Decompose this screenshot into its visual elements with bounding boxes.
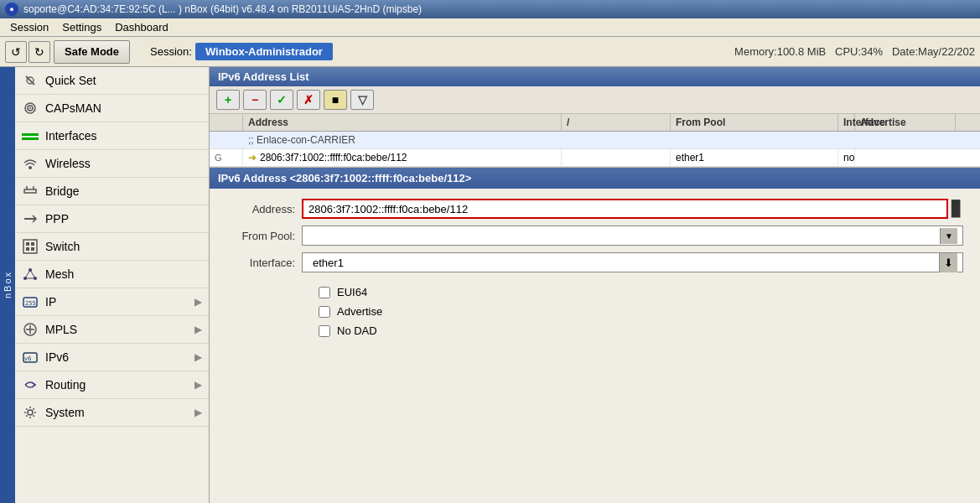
sidebar-item-label-switch: Switch bbox=[45, 240, 202, 253]
sidebar-content: Quick Set CAPsMAN Interfaces Wireless bbox=[15, 67, 209, 427]
from-pool-select[interactable]: ▼ bbox=[302, 226, 963, 246]
sidebar-item-routing[interactable]: Routing ▶ bbox=[15, 371, 209, 399]
sidebar-item-ipv6[interactable]: v6 IPv6 ▶ bbox=[15, 344, 209, 371]
svg-rect-13 bbox=[26, 242, 29, 246]
th-address: Address bbox=[243, 114, 562, 131]
sidebar-item-interfaces[interactable]: Interfaces bbox=[15, 122, 209, 150]
remove-button[interactable]: − bbox=[243, 90, 267, 110]
action-toolbar: + − ✓ ✗ ■ ▽ bbox=[210, 86, 980, 114]
quick-set-icon bbox=[22, 72, 39, 89]
no-dad-checkbox[interactable] bbox=[319, 325, 330, 337]
sidebar-item-label-mesh: Mesh bbox=[45, 267, 202, 281]
svg-rect-5 bbox=[22, 133, 39, 136]
safe-mode-button[interactable]: Safe Mode bbox=[54, 40, 130, 64]
table-row[interactable]: G ➜ 2806:3f7:1002::ffff:f0ca:bebe/112 et… bbox=[210, 149, 980, 167]
from-pool-label: From Pool: bbox=[226, 230, 302, 242]
enable-button[interactable]: ✓ bbox=[270, 90, 293, 110]
svg-rect-16 bbox=[31, 247, 34, 251]
mesh-icon bbox=[22, 266, 39, 283]
advertise-row: Advertise bbox=[319, 305, 963, 318]
eui64-checkbox[interactable] bbox=[319, 287, 330, 298]
redo-button[interactable]: ↻ bbox=[29, 41, 50, 63]
sidebar-item-label-bridge: Bridge bbox=[45, 184, 202, 198]
sidebar-item-quick-set[interactable]: Quick Set bbox=[15, 67, 209, 95]
copy-button[interactable]: ■ bbox=[324, 90, 347, 110]
ip-icon: 255 bbox=[22, 293, 39, 310]
content-area: IPv6 Address List + − ✓ ✗ ■ ▽ Address / … bbox=[210, 67, 980, 503]
cpu-value: 34% bbox=[861, 45, 883, 58]
menu-dashboard[interactable]: Dashboard bbox=[108, 19, 175, 35]
td-advertise: no bbox=[838, 149, 855, 166]
table-row-comment: ;; Enlace-con-CARRIER bbox=[210, 132, 980, 149]
sidebar-item-label-ppp: PPP bbox=[45, 212, 202, 226]
svg-rect-12 bbox=[23, 240, 37, 253]
sidebar-item-switch[interactable]: Switch bbox=[15, 233, 209, 261]
date-value: May/22/202 bbox=[918, 45, 975, 58]
routing-icon bbox=[22, 376, 39, 393]
eui64-label: EUI64 bbox=[337, 286, 367, 298]
form-area: Address: ▊ From Pool: ▼ Interface: ether… bbox=[210, 189, 980, 503]
bridge-icon bbox=[22, 183, 39, 200]
ppp-icon bbox=[22, 210, 39, 227]
menu-settings[interactable]: Settings bbox=[55, 19, 108, 35]
sidebar-item-capsman[interactable]: CAPsMAN bbox=[15, 95, 209, 122]
system-expand-arrow: ▶ bbox=[194, 407, 202, 418]
add-button[interactable]: + bbox=[216, 90, 240, 110]
th-from-pool: From Pool bbox=[671, 114, 838, 131]
th-advertise: Advertise bbox=[855, 114, 956, 131]
toolbar: ↺ ↻ Safe Mode Session: Winbox-Administra… bbox=[0, 37, 980, 67]
sidebar-item-label-quick-set: Quick Set bbox=[45, 74, 202, 87]
svg-rect-15 bbox=[26, 247, 29, 251]
sidebar-item-bridge[interactable]: Bridge bbox=[15, 178, 209, 205]
addr-value: 2806:3f7:1002::ffff:f0ca:bebe/112 bbox=[260, 152, 407, 163]
interface-dropdown-icon[interactable]: ⬇ bbox=[939, 253, 957, 272]
table-header: Address / From Pool Interface Advertise bbox=[210, 114, 980, 132]
main-layout: nBox Quick Set CAPsMAN Interfaces bbox=[0, 67, 980, 503]
sidebar-item-system[interactable]: System ▶ bbox=[15, 399, 209, 427]
wireless-icon bbox=[22, 155, 39, 172]
sidebar-item-wireless[interactable]: Wireless bbox=[15, 150, 209, 178]
sidebar-item-ppp[interactable]: PPP bbox=[15, 205, 209, 233]
sidebar-edge: nBox bbox=[0, 67, 15, 503]
disable-button[interactable]: ✗ bbox=[297, 90, 320, 110]
sidebar-edge-text: nBox bbox=[3, 271, 13, 298]
svg-rect-8 bbox=[24, 189, 36, 193]
advertise-checkbox[interactable] bbox=[319, 306, 330, 318]
td-interface: ether1 bbox=[671, 149, 838, 166]
svg-line-21 bbox=[30, 270, 35, 278]
mpls-icon bbox=[22, 321, 39, 338]
td-from-pool bbox=[562, 149, 671, 166]
sidebar-item-label-routing: Routing bbox=[45, 378, 188, 392]
sidebar-item-label-ipv6: IPv6 bbox=[45, 350, 188, 364]
interface-value: ether1 bbox=[308, 255, 939, 271]
interface-select[interactable]: ether1 ⬇ bbox=[302, 252, 963, 272]
app-icon: ● bbox=[5, 3, 18, 16]
interface-label: Interface: bbox=[226, 257, 302, 269]
system-info: Memory:100.8 MiB CPU:34% Date:May/22/202 bbox=[734, 45, 975, 58]
undo-button[interactable]: ↺ bbox=[5, 41, 27, 63]
sidebar-item-label-interfaces: Interfaces bbox=[45, 129, 202, 143]
svg-point-30 bbox=[28, 410, 33, 415]
svg-point-4 bbox=[29, 107, 31, 109]
svg-line-20 bbox=[25, 270, 30, 278]
svg-text:v6: v6 bbox=[24, 355, 31, 362]
from-pool-dropdown-arrow[interactable]: ▼ bbox=[940, 228, 957, 244]
filter-button[interactable]: ▽ bbox=[350, 90, 374, 110]
system-icon bbox=[22, 404, 39, 421]
sidebar-item-mesh[interactable]: Mesh bbox=[15, 261, 209, 288]
session-label: Session: bbox=[150, 45, 192, 58]
no-dad-label: No DAD bbox=[337, 324, 377, 337]
address-input[interactable] bbox=[302, 199, 948, 219]
sidebar-item-mpls[interactable]: MPLS ▶ bbox=[15, 316, 209, 344]
capsman-icon bbox=[22, 100, 39, 117]
detail-panel-title: IPv6 Address <2806:3f7:1002::ffff:f0ca:b… bbox=[210, 168, 980, 189]
th-sep1: / bbox=[562, 114, 671, 131]
undo-redo-group: ↺ ↻ bbox=[5, 41, 50, 63]
no-dad-row: No DAD bbox=[319, 324, 963, 337]
ipv6-icon: v6 bbox=[22, 349, 39, 366]
title-text: soporte@C4:AD:34:7E:92:5C (L... ) nBox (… bbox=[23, 3, 422, 15]
menu-session[interactable]: Session bbox=[3, 19, 55, 35]
sidebar-item-label-mpls: MPLS bbox=[45, 323, 188, 336]
sidebar-item-ip[interactable]: 255 IP ▶ bbox=[15, 288, 209, 316]
menu-bar: Session Settings Dashboard bbox=[0, 18, 980, 37]
